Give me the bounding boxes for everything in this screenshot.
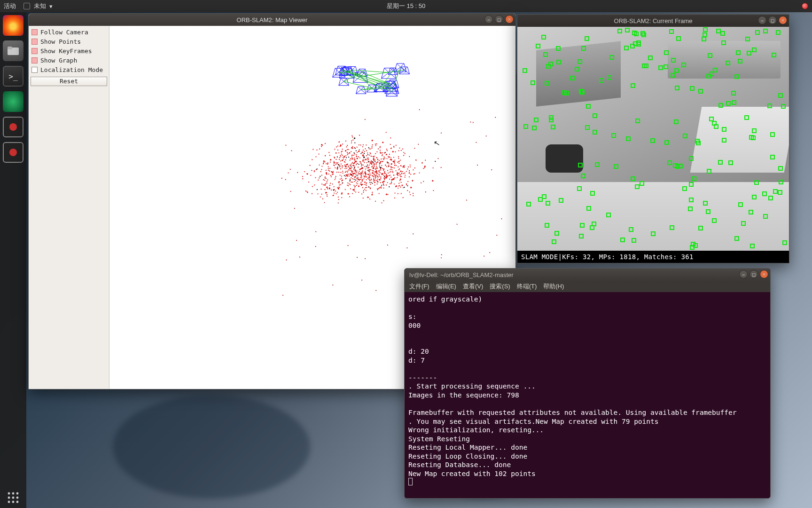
svg-point-700 [356, 170, 357, 171]
dock-recorder-icon[interactable] [3, 117, 23, 137]
svg-point-428 [376, 166, 377, 167]
svg-point-785 [370, 175, 371, 175]
current-frame-titlebar[interactable]: ORB-SLAM2: Current Frame ‒ ◻ × [517, 15, 789, 27]
menu-help[interactable]: 帮助(H) [543, 282, 564, 291]
terminal-titlebar[interactable]: lv@lv-Dell: ~/orb/ORB_SLAM2-master ‒ ◻ × [405, 269, 770, 281]
svg-point-574 [386, 166, 387, 167]
minimize-button[interactable]: ‒ [484, 15, 493, 24]
clock[interactable]: 星期一 15 : 50 [387, 2, 425, 10]
svg-point-780 [362, 172, 363, 173]
svg-point-522 [329, 168, 330, 169]
close-button[interactable]: × [779, 16, 787, 24]
svg-point-393 [384, 172, 385, 173]
map-viewer-titlebar[interactable]: ORB-SLAM2: Map Viewer ‒ ◻ × [29, 14, 515, 26]
minimize-button[interactable]: ‒ [758, 16, 766, 24]
maximize-button[interactable]: ◻ [495, 15, 503, 24]
svg-point-55 [366, 144, 367, 145]
svg-point-954 [375, 144, 376, 145]
menu-view[interactable]: 查看(V) [463, 282, 483, 291]
svg-point-853 [320, 197, 321, 198]
svg-point-969 [441, 133, 442, 134]
menu-edit[interactable]: 编辑(E) [436, 282, 456, 291]
svg-point-127 [363, 160, 364, 161]
svg-point-636 [329, 188, 330, 189]
svg-point-349 [369, 175, 370, 176]
svg-point-4 [16, 492, 19, 495]
svg-point-655 [359, 144, 359, 145]
dock-globe-icon[interactable] [3, 91, 23, 112]
svg-point-637 [348, 153, 349, 154]
svg-point-747 [414, 173, 415, 174]
follow-camera-checkbox[interactable]: Follow Camera [31, 28, 107, 37]
terminal-output[interactable]: ored if grayscale) s: 000 d: 20 d: 7 ---… [405, 292, 770, 498]
svg-point-194 [348, 167, 349, 167]
show-keyframes-checkbox[interactable]: Show KeyFrames [31, 47, 107, 56]
svg-point-883 [352, 178, 353, 179]
svg-point-620 [340, 155, 341, 156]
reset-button[interactable]: Reset [31, 77, 107, 86]
localization-mode-checkbox[interactable]: Localization Mode [31, 65, 107, 74]
svg-point-966 [423, 181, 424, 182]
svg-point-529 [410, 165, 411, 166]
dock-firefox-icon[interactable] [3, 15, 23, 36]
svg-point-152 [374, 165, 375, 166]
dock-apps-icon[interactable] [3, 487, 23, 508]
svg-point-979 [282, 295, 283, 296]
svg-point-900 [347, 183, 348, 183]
svg-point-440 [339, 167, 340, 167]
svg-point-839 [346, 157, 347, 158]
show-points-checkbox[interactable]: Show Points [31, 37, 107, 46]
svg-point-592 [356, 185, 357, 186]
svg-point-792 [348, 169, 349, 170]
svg-point-608 [354, 181, 355, 182]
svg-point-233 [336, 164, 336, 165]
svg-point-495 [365, 148, 366, 149]
dock-files-icon[interactable] [3, 40, 23, 61]
show-graph-checkbox[interactable]: Show Graph [31, 56, 107, 65]
svg-point-62 [351, 157, 352, 158]
svg-point-31 [355, 174, 356, 175]
svg-point-861 [334, 157, 335, 158]
maximize-button[interactable]: ◻ [750, 270, 758, 278]
close-button[interactable]: × [760, 270, 768, 278]
svg-point-117 [400, 176, 401, 177]
system-tray[interactable] [802, 3, 808, 9]
svg-point-638 [345, 155, 346, 156]
svg-point-897 [387, 175, 388, 176]
app-menu[interactable]: 未知 ▾ [23, 2, 53, 10]
close-button[interactable]: × [505, 15, 514, 24]
svg-point-148 [388, 166, 389, 167]
svg-point-175 [321, 175, 322, 175]
notification-icon[interactable] [802, 3, 808, 9]
svg-point-735 [386, 175, 387, 176]
menu-search[interactable]: 搜索(S) [490, 282, 510, 291]
svg-point-912 [373, 162, 374, 163]
svg-point-960 [501, 218, 502, 219]
svg-point-324 [413, 193, 414, 194]
svg-point-392 [375, 159, 375, 160]
menu-terminal[interactable]: 终端(T) [517, 282, 537, 291]
svg-point-241 [371, 167, 372, 167]
svg-point-862 [330, 159, 331, 160]
svg-point-149 [367, 170, 368, 171]
svg-point-415 [320, 176, 320, 177]
svg-point-693 [336, 176, 336, 177]
menu-file[interactable]: 文件(F) [409, 282, 429, 291]
maximize-button[interactable]: ◻ [768, 16, 777, 24]
svg-point-737 [340, 166, 341, 167]
dock-recorder2-icon[interactable] [3, 142, 23, 163]
svg-point-555 [384, 173, 385, 174]
svg-point-548 [369, 198, 370, 199]
svg-point-850 [376, 158, 377, 159]
minimize-button[interactable]: ‒ [739, 270, 748, 278]
svg-point-239 [398, 173, 399, 174]
svg-point-424 [377, 173, 378, 174]
activities-button[interactable]: 活动 [4, 2, 16, 10]
dock-terminal-icon[interactable] [3, 66, 23, 87]
svg-point-306 [344, 168, 345, 169]
svg-point-755 [380, 150, 381, 151]
svg-point-400 [373, 176, 374, 177]
svg-point-876 [333, 189, 334, 190]
svg-point-135 [403, 197, 404, 198]
svg-point-380 [376, 143, 377, 144]
